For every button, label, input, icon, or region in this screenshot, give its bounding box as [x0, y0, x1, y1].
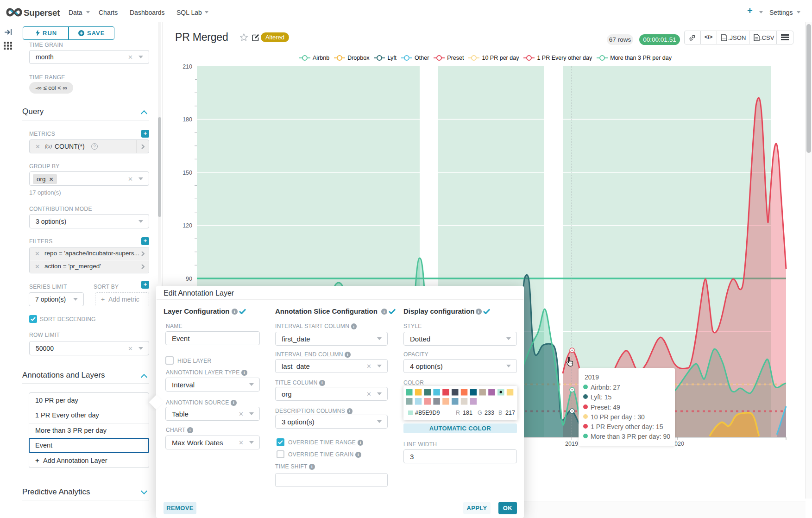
svg-text:90: 90 [186, 276, 192, 282]
svg-text:180: 180 [183, 116, 192, 123]
svg-text:150: 150 [183, 170, 192, 176]
svg-text:210: 210 [183, 63, 192, 70]
svg-text:120: 120 [183, 222, 192, 229]
svg-text:2019: 2019 [565, 441, 578, 447]
svg-text:<>: <> [723, 37, 726, 40]
